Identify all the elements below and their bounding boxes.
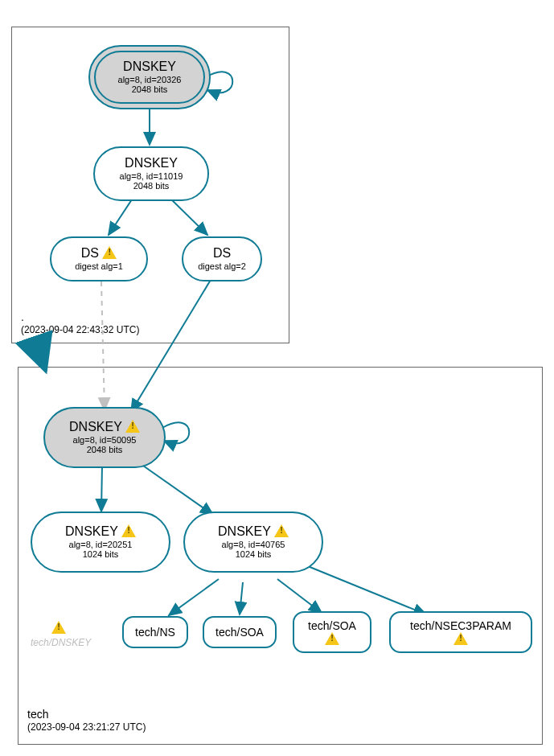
rrset-soa-2: tech/SOA — [293, 611, 371, 653]
edge-zone-root-to-tld — [36, 343, 44, 367]
node-tld-zsk1-bits: 1024 bits — [83, 549, 119, 560]
node-ds2-digest: digest alg=2 — [198, 261, 246, 272]
node-root-ksk: DNSKEY alg=8, id=20326 2048 bits — [88, 45, 211, 109]
node-tld-ksk: DNSKEY alg=8, id=50095 2048 bits — [43, 407, 166, 468]
node-ds2: DS digest alg=2 — [182, 236, 262, 281]
rrset-soa2-text: tech/SOA — [308, 619, 356, 633]
warning-icon — [102, 246, 117, 259]
edge-zsk2-to-soa2 — [277, 579, 322, 613]
edge-zsk2-to-nsec3 — [304, 565, 426, 614]
edge-ds1-to-tld-ksk — [101, 281, 105, 410]
node-ds1: DS digest alg=1 — [50, 236, 148, 281]
node-root-zsk-alg: alg=8, id=11019 — [120, 171, 183, 182]
node-root-zsk-title: DNSKEY — [125, 156, 178, 171]
rrset-nsec3param: tech/NSEC3PARAM — [389, 611, 532, 653]
rrset-soa1-text: tech/SOA — [215, 626, 264, 639]
node-tld-ksk-bits: 2048 bits — [87, 445, 123, 455]
node-root-ksk-title: DNSKEY — [123, 60, 176, 74]
node-root-zsk-bits: 2048 bits — [133, 181, 170, 191]
node-tld-ksk-alg: alg=8, id=50095 — [73, 435, 137, 446]
ghost-dnskey-label: tech/DNSKEY — [31, 637, 91, 648]
edge-zsk2-to-soa1 — [240, 582, 243, 614]
edge-tld-ksk-to-zsk2 — [135, 460, 213, 515]
node-tld-zsk2: DNSKEY alg=8, id=40765 1024 bits — [183, 512, 323, 573]
warning-icon — [125, 420, 140, 433]
node-tld-zsk1-alg: alg=8, id=20251 — [69, 540, 133, 550]
edge-root-zsk-to-ds2 — [169, 197, 207, 235]
node-tld-ksk-title: DNSKEY — [69, 420, 140, 434]
edge-tld-ksk-selfloop — [162, 422, 189, 443]
edge-tld-ksk-to-zsk1 — [101, 465, 102, 512]
warning-icon — [121, 524, 136, 537]
node-ds1-title: DS — [81, 246, 117, 261]
edge-ds2-to-tld-ksk — [131, 280, 211, 412]
node-tld-zsk1: DNSKEY alg=8, id=20251 1024 bits — [31, 512, 170, 573]
edge-root-zsk-to-ds1 — [109, 197, 133, 235]
warning-icon — [453, 632, 468, 645]
node-tld-zsk1-title-text: DNSKEY — [65, 524, 118, 538]
ghost-dnskey-warn — [51, 621, 66, 635]
rrset-soa-1: tech/SOA — [203, 616, 277, 648]
node-tld-zsk2-bits: 1024 bits — [236, 549, 272, 560]
node-tld-zsk1-title: DNSKEY — [65, 524, 136, 539]
dnssec-diagram: { "zones": { "root": { "name": ".", "tim… — [0, 0, 554, 756]
edge-zsk2-to-ns — [169, 579, 219, 615]
node-tld-zsk2-title: DNSKEY — [218, 524, 289, 539]
warning-icon — [51, 621, 66, 634]
node-ds1-digest: digest alg=1 — [75, 261, 123, 272]
node-tld-ksk-title-text: DNSKEY — [69, 420, 122, 433]
node-ds1-title-text: DS — [81, 246, 99, 260]
warning-icon — [274, 524, 289, 537]
node-tld-zsk2-alg: alg=8, id=40765 — [222, 540, 285, 550]
node-root-ksk-alg: alg=8, id=20326 — [118, 75, 182, 85]
node-tld-zsk2-title-text: DNSKEY — [218, 524, 271, 538]
node-root-zsk: DNSKEY alg=8, id=11019 2048 bits — [93, 146, 209, 201]
node-root-ksk-bits: 2048 bits — [132, 84, 168, 95]
node-ds2-title: DS — [213, 246, 231, 261]
rrset-nsec3-text: tech/NSEC3PARAM — [410, 619, 511, 633]
warning-icon — [325, 632, 339, 645]
rrset-ns-text: tech/NS — [135, 626, 175, 639]
rrset-ns: tech/NS — [122, 616, 188, 648]
